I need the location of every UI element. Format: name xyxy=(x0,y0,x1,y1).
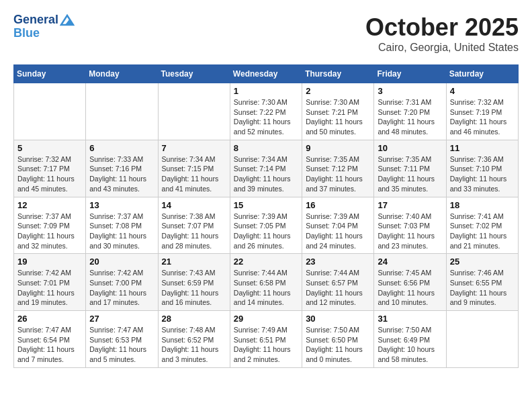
day-info: Sunrise: 7:35 AMSunset: 7:11 PMDaylight:… xyxy=(378,154,442,194)
day-number: 27 xyxy=(89,314,154,324)
calendar-cell: 4Sunrise: 7:32 AMSunset: 7:19 PMDaylight… xyxy=(446,83,518,140)
day-info: Sunrise: 7:31 AMSunset: 7:20 PMDaylight:… xyxy=(378,97,442,137)
day-number: 17 xyxy=(378,200,442,210)
day-number: 28 xyxy=(162,314,226,324)
day-info: Sunrise: 7:50 AMSunset: 6:50 PMDaylight:… xyxy=(306,325,370,365)
day-info: Sunrise: 7:32 AMSunset: 7:17 PMDaylight:… xyxy=(17,154,82,194)
day-info: Sunrise: 7:34 AMSunset: 7:14 PMDaylight:… xyxy=(234,154,298,194)
weekday-header-friday: Friday xyxy=(374,65,446,83)
calendar-cell: 27Sunrise: 7:47 AMSunset: 6:53 PMDayligh… xyxy=(86,311,158,368)
day-number: 26 xyxy=(17,314,82,324)
calendar-cell: 21Sunrise: 7:43 AMSunset: 6:59 PMDayligh… xyxy=(158,254,230,311)
day-info: Sunrise: 7:40 AMSunset: 7:03 PMDaylight:… xyxy=(378,212,442,251)
day-info: Sunrise: 7:30 AMSunset: 7:22 PMDaylight:… xyxy=(234,97,298,137)
day-info: Sunrise: 7:44 AMSunset: 6:58 PMDaylight:… xyxy=(234,268,298,308)
day-number: 8 xyxy=(234,143,298,153)
weekday-header-tuesday: Tuesday xyxy=(158,65,230,83)
day-info: Sunrise: 7:43 AMSunset: 6:59 PMDaylight:… xyxy=(162,268,226,308)
day-info: Sunrise: 7:45 AMSunset: 6:56 PMDaylight:… xyxy=(378,268,442,308)
day-info: Sunrise: 7:33 AMSunset: 7:16 PMDaylight:… xyxy=(89,154,154,194)
day-number: 22 xyxy=(234,257,298,267)
day-number: 14 xyxy=(162,200,226,210)
day-number: 10 xyxy=(378,143,442,153)
calendar-cell: 2Sunrise: 7:30 AMSunset: 7:21 PMDaylight… xyxy=(302,83,374,140)
day-number: 5 xyxy=(17,143,82,153)
day-info: Sunrise: 7:39 AMSunset: 7:04 PMDaylight:… xyxy=(306,212,370,251)
day-number: 19 xyxy=(17,257,82,267)
day-number: 12 xyxy=(17,200,82,210)
calendar-cell: 17Sunrise: 7:40 AMSunset: 7:03 PMDayligh… xyxy=(374,197,446,254)
calendar-cell: 3Sunrise: 7:31 AMSunset: 7:20 PMDaylight… xyxy=(374,83,446,140)
day-info: Sunrise: 7:36 AMSunset: 7:10 PMDaylight:… xyxy=(450,154,515,194)
day-info: Sunrise: 7:44 AMSunset: 6:57 PMDaylight:… xyxy=(306,268,370,308)
logo-text: General Blue xyxy=(13,13,75,40)
calendar-cell: 25Sunrise: 7:46 AMSunset: 6:55 PMDayligh… xyxy=(446,254,518,311)
calendar-cell: 19Sunrise: 7:42 AMSunset: 7:01 PMDayligh… xyxy=(14,254,86,311)
day-info: Sunrise: 7:32 AMSunset: 7:19 PMDaylight:… xyxy=(450,97,515,137)
day-number: 9 xyxy=(306,143,370,153)
day-info: Sunrise: 7:42 AMSunset: 7:00 PMDaylight:… xyxy=(89,268,154,308)
day-info: Sunrise: 7:35 AMSunset: 7:12 PMDaylight:… xyxy=(306,154,370,194)
day-number: 30 xyxy=(306,314,370,324)
day-number: 29 xyxy=(234,314,298,324)
week-row-3: 12Sunrise: 7:37 AMSunset: 7:09 PMDayligh… xyxy=(14,197,519,254)
day-number: 6 xyxy=(89,143,154,153)
day-number: 21 xyxy=(162,257,226,267)
title-block: October 2025 Cairo, Georgia, United Stat… xyxy=(365,13,519,54)
calendar-cell: 26Sunrise: 7:47 AMSunset: 6:54 PMDayligh… xyxy=(14,311,86,368)
calendar-cell: 22Sunrise: 7:44 AMSunset: 6:58 PMDayligh… xyxy=(230,254,302,311)
day-info: Sunrise: 7:49 AMSunset: 6:51 PMDaylight:… xyxy=(234,325,298,365)
calendar-cell: 13Sunrise: 7:37 AMSunset: 7:08 PMDayligh… xyxy=(86,197,158,254)
day-number: 7 xyxy=(162,143,226,153)
weekday-header-wednesday: Wednesday xyxy=(230,65,302,83)
weekday-header-monday: Monday xyxy=(86,65,158,83)
day-number: 1 xyxy=(234,86,298,96)
day-number: 20 xyxy=(89,257,154,267)
location: Cairo, Georgia, United States xyxy=(365,42,519,54)
month-title: October 2025 xyxy=(365,13,519,42)
day-info: Sunrise: 7:47 AMSunset: 6:53 PMDaylight:… xyxy=(89,325,154,365)
calendar-cell: 30Sunrise: 7:50 AMSunset: 6:50 PMDayligh… xyxy=(302,311,374,368)
logo: General Blue xyxy=(13,13,75,40)
day-info: Sunrise: 7:41 AMSunset: 7:02 PMDaylight:… xyxy=(450,212,515,251)
weekday-header-thursday: Thursday xyxy=(302,65,374,83)
day-number: 31 xyxy=(378,314,442,324)
calendar-cell: 28Sunrise: 7:48 AMSunset: 6:52 PMDayligh… xyxy=(158,311,230,368)
day-number: 2 xyxy=(306,86,370,96)
calendar-cell: 10Sunrise: 7:35 AMSunset: 7:11 PMDayligh… xyxy=(374,140,446,197)
calendar-cell xyxy=(446,311,518,368)
day-info: Sunrise: 7:30 AMSunset: 7:21 PMDaylight:… xyxy=(306,97,370,137)
day-number: 24 xyxy=(378,257,442,267)
calendar-cell: 24Sunrise: 7:45 AMSunset: 6:56 PMDayligh… xyxy=(374,254,446,311)
calendar-cell xyxy=(86,83,158,140)
day-info: Sunrise: 7:42 AMSunset: 7:01 PMDaylight:… xyxy=(17,268,82,308)
calendar-cell: 1Sunrise: 7:30 AMSunset: 7:22 PMDaylight… xyxy=(230,83,302,140)
calendar-cell: 18Sunrise: 7:41 AMSunset: 7:02 PMDayligh… xyxy=(446,197,518,254)
day-number: 13 xyxy=(89,200,154,210)
weekday-header-saturday: Saturday xyxy=(446,65,518,83)
day-number: 18 xyxy=(450,200,515,210)
day-info: Sunrise: 7:39 AMSunset: 7:05 PMDaylight:… xyxy=(234,212,298,251)
weekday-header-row: SundayMondayTuesdayWednesdayThursdayFrid… xyxy=(14,65,519,83)
day-info: Sunrise: 7:50 AMSunset: 6:49 PMDaylight:… xyxy=(378,325,442,365)
calendar-cell: 31Sunrise: 7:50 AMSunset: 6:49 PMDayligh… xyxy=(374,311,446,368)
day-number: 4 xyxy=(450,86,515,96)
day-number: 25 xyxy=(450,257,515,267)
day-number: 3 xyxy=(378,86,442,96)
page-header: General Blue October 2025 Cairo, Georgia… xyxy=(13,13,519,54)
calendar-cell: 29Sunrise: 7:49 AMSunset: 6:51 PMDayligh… xyxy=(230,311,302,368)
day-info: Sunrise: 7:48 AMSunset: 6:52 PMDaylight:… xyxy=(162,325,226,365)
calendar-cell: 14Sunrise: 7:38 AMSunset: 7:07 PMDayligh… xyxy=(158,197,230,254)
day-info: Sunrise: 7:47 AMSunset: 6:54 PMDaylight:… xyxy=(17,325,82,365)
calendar-cell: 16Sunrise: 7:39 AMSunset: 7:04 PMDayligh… xyxy=(302,197,374,254)
calendar-cell: 20Sunrise: 7:42 AMSunset: 7:00 PMDayligh… xyxy=(86,254,158,311)
calendar-cell xyxy=(14,83,86,140)
calendar-cell xyxy=(158,83,230,140)
day-number: 11 xyxy=(450,143,515,153)
calendar-cell: 5Sunrise: 7:32 AMSunset: 7:17 PMDaylight… xyxy=(14,140,86,197)
calendar-cell: 15Sunrise: 7:39 AMSunset: 7:05 PMDayligh… xyxy=(230,197,302,254)
week-row-5: 26Sunrise: 7:47 AMSunset: 6:54 PMDayligh… xyxy=(14,311,519,368)
day-info: Sunrise: 7:34 AMSunset: 7:15 PMDaylight:… xyxy=(162,154,226,194)
day-info: Sunrise: 7:37 AMSunset: 7:08 PMDaylight:… xyxy=(89,212,154,251)
day-number: 15 xyxy=(234,200,298,210)
